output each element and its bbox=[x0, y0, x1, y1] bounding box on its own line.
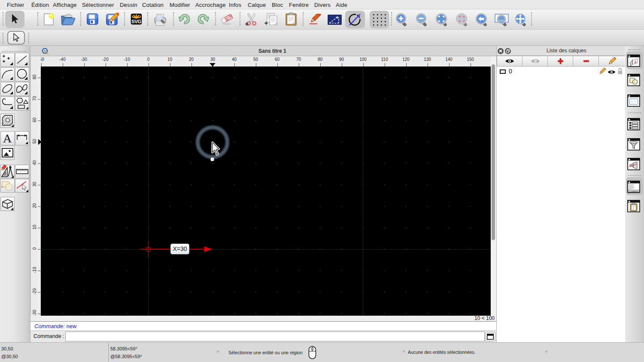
svg-text:c command: c command bbox=[630, 190, 638, 192]
svg-text:A: A bbox=[3, 132, 12, 145]
svg-text:SVG: SVG bbox=[131, 19, 141, 24]
